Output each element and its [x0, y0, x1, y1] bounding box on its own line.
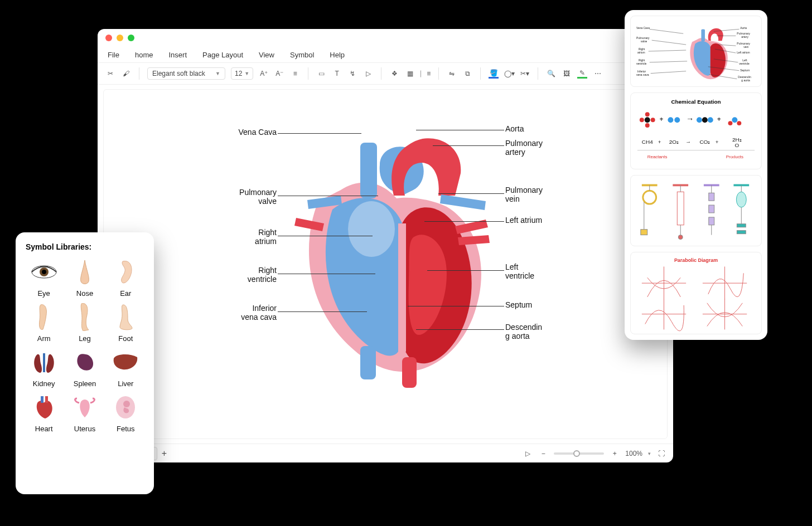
leader-line: [416, 130, 504, 130]
window-titlebar: [98, 29, 673, 47]
nose-icon: [71, 258, 99, 286]
label-right-atrium: Right atrium: [215, 228, 277, 246]
symbol-foot[interactable]: Foot: [108, 303, 144, 343]
symbol-fetus[interactable]: Fetus: [108, 393, 144, 433]
font-size-select[interactable]: 12 ▼: [231, 67, 253, 80]
shape-preset-icon[interactable]: ◯▾: [504, 69, 514, 79]
rectangle-tool-icon[interactable]: ▭: [316, 69, 326, 79]
text-tool-icon[interactable]: T: [332, 69, 342, 79]
template-parabolic[interactable]: Parabolic Diagram: [630, 252, 762, 334]
artboard-icon[interactable]: ⧉: [462, 69, 472, 79]
font-select[interactable]: Elegant soft black ▼: [147, 67, 225, 80]
label-inferior-vena-cava: Inferior vena cava: [215, 304, 277, 322]
separator: [480, 67, 481, 80]
symbol-label: Heart: [35, 425, 53, 433]
svg-point-60: [737, 121, 741, 125]
svg-rect-85: [709, 217, 714, 225]
connector-tool-icon[interactable]: ↯: [347, 69, 357, 79]
template-caption: Parabolic Diagram: [674, 257, 718, 263]
crop-icon[interactable]: ✂▾: [520, 69, 530, 79]
zoom-in-icon[interactable]: +: [610, 449, 620, 459]
template-chemical-equation[interactable]: Chemical Equation + → + CH4+ 2O₂→ CO₂+ 2…: [630, 92, 762, 169]
svg-line-23: [650, 61, 687, 62]
svg-point-59: [728, 121, 733, 125]
symbol-label: Leg: [79, 334, 91, 343]
symbol-ear[interactable]: Ear: [108, 258, 144, 298]
chevron-down-icon: ▼: [244, 71, 249, 76]
symbol-kidney[interactable]: Kidney: [26, 348, 62, 388]
svg-text:Reactants: Reactants: [647, 154, 668, 159]
image-icon[interactable]: 🖼: [562, 69, 572, 79]
svg-text:vein: vein: [743, 46, 748, 48]
svg-text:O: O: [735, 142, 740, 148]
leader-line: [278, 133, 361, 134]
symbol-uterus[interactable]: Uterus: [66, 393, 103, 433]
flip-horizontal-icon[interactable]: ⇋: [447, 69, 457, 79]
svg-point-3: [348, 201, 395, 257]
svg-text:artery: artery: [741, 36, 748, 38]
format-painter-icon[interactable]: 🖌: [121, 69, 131, 79]
menu-file[interactable]: File: [108, 51, 119, 59]
pointer-tool-icon[interactable]: ▷: [363, 69, 373, 79]
window-minimize-icon[interactable]: [117, 35, 123, 41]
group-icon[interactable]: ▦: [405, 69, 415, 79]
symbol-leg[interactable]: Leg: [66, 303, 103, 343]
svg-line-14: [650, 29, 683, 33]
symbol-arm[interactable]: Arm: [26, 303, 62, 343]
increase-font-icon[interactable]: A⁺: [259, 69, 269, 79]
svg-text:vena cava: vena cava: [636, 74, 649, 76]
window-close-icon[interactable]: [105, 35, 112, 41]
symbol-heart[interactable]: Heart: [26, 393, 62, 433]
cut-icon[interactable]: ✂: [105, 69, 115, 79]
symbol-spleen[interactable]: Spleen: [66, 348, 103, 388]
add-page-button[interactable]: +: [162, 449, 167, 459]
svg-point-73: [643, 191, 656, 204]
play-presentation-icon[interactable]: ▷: [523, 449, 533, 459]
template-heart-labeled[interactable]: Vena Cava Pulmonaryvalve Rightatrium Rig…: [630, 16, 762, 87]
search-icon[interactable]: 🔍: [546, 69, 556, 79]
pen-tool-icon[interactable]: ✎: [577, 69, 587, 79]
symbol-eye[interactable]: Eye: [26, 258, 62, 298]
spleen-icon: [71, 348, 99, 376]
window-maximize-icon[interactable]: [128, 35, 134, 41]
heart-diagram[interactable]: [235, 112, 536, 402]
leader-line: [408, 306, 504, 306]
svg-rect-78: [677, 192, 684, 225]
menu-view[interactable]: View: [259, 51, 274, 59]
svg-point-45: [645, 117, 650, 123]
kidney-icon: [30, 348, 58, 376]
menu-symbol[interactable]: Symbol: [290, 51, 314, 59]
menu-home[interactable]: home: [135, 51, 153, 59]
zoom-value[interactable]: 100%: [625, 450, 642, 457]
symbol-label: Arm: [37, 334, 51, 343]
svg-rect-7: [43, 353, 45, 372]
svg-rect-8: [41, 396, 44, 403]
separator: [538, 67, 538, 80]
menu-help[interactable]: Help: [330, 51, 345, 59]
menu-page-layout[interactable]: Page Layout: [202, 51, 243, 59]
separator: [139, 67, 139, 80]
svg-point-10: [116, 396, 135, 418]
layers-icon[interactable]: ❖: [389, 69, 399, 79]
symbol-nose[interactable]: Nose: [66, 258, 103, 298]
fill-color-icon[interactable]: 🪣: [489, 69, 499, 79]
label-pulmonary-valve: Pulmonary valve: [215, 188, 277, 206]
align-icon[interactable]: ≡: [290, 69, 300, 79]
fullscreen-icon[interactable]: ⛶: [656, 449, 666, 459]
svg-point-6: [42, 270, 46, 274]
svg-rect-84: [709, 205, 714, 213]
symbol-label: Uterus: [74, 425, 95, 433]
more-tools-icon[interactable]: ⋯: [593, 69, 603, 79]
svg-rect-92: [737, 224, 746, 227]
svg-text:+: +: [658, 139, 661, 145]
align-objects-icon[interactable]: ⎸≡: [420, 69, 431, 79]
zoom-slider[interactable]: [554, 452, 604, 455]
diagram-canvas[interactable]: Vena Cava Pulmonary valve Right atrium R…: [103, 89, 668, 439]
zoom-out-icon[interactable]: −: [538, 449, 548, 459]
symbol-liver[interactable]: Liver: [108, 348, 144, 388]
ear-icon: [112, 258, 139, 286]
template-gallery: Vena Cava Pulmonaryvalve Rightatrium Rig…: [625, 10, 767, 340]
template-pulleys[interactable]: [630, 175, 762, 246]
menu-insert[interactable]: Insert: [168, 51, 187, 59]
decrease-font-icon[interactable]: A⁻: [274, 69, 284, 79]
